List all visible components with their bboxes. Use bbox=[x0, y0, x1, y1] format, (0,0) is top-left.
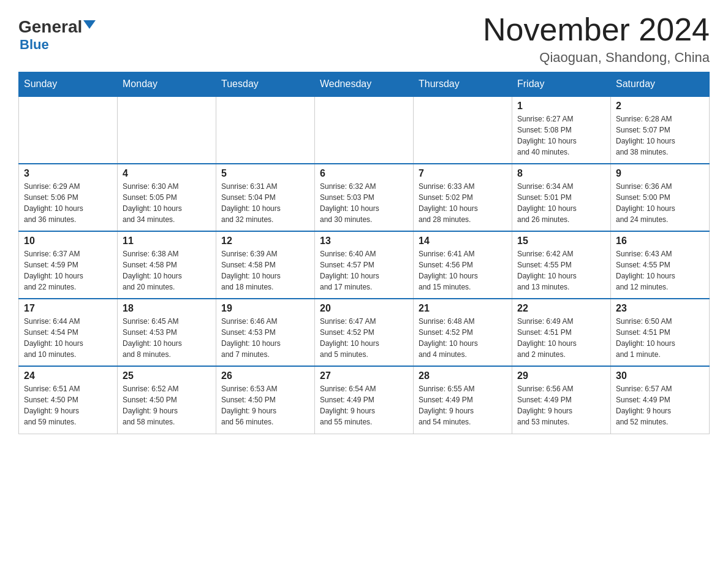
day-number: 2 bbox=[616, 101, 704, 112]
day-info: Sunrise: 6:52 AMSunset: 4:50 PMDaylight:… bbox=[123, 383, 211, 427]
subtitle: Qiaoguan, Shandong, China bbox=[483, 50, 710, 66]
day-info: Sunrise: 6:37 AMSunset: 4:59 PMDaylight:… bbox=[24, 248, 112, 293]
day-info: Sunrise: 6:30 AMSunset: 5:05 PMDaylight:… bbox=[123, 181, 211, 225]
weekday-header-thursday: Thursday bbox=[414, 72, 512, 97]
day-number: 29 bbox=[517, 370, 605, 381]
day-number: 28 bbox=[419, 370, 507, 381]
calendar-table: SundayMondayTuesdayWednesdayThursdayFrid… bbox=[18, 72, 710, 434]
day-info: Sunrise: 6:50 AMSunset: 4:51 PMDaylight:… bbox=[616, 316, 704, 360]
calendar-cell: 27Sunrise: 6:54 AMSunset: 4:49 PMDayligh… bbox=[315, 366, 414, 434]
day-number: 3 bbox=[24, 168, 112, 179]
day-number: 10 bbox=[24, 236, 112, 247]
day-info: Sunrise: 6:41 AMSunset: 4:56 PMDaylight:… bbox=[419, 248, 507, 293]
day-info: Sunrise: 6:32 AMSunset: 5:03 PMDaylight:… bbox=[320, 181, 408, 225]
day-info: Sunrise: 6:49 AMSunset: 4:51 PMDaylight:… bbox=[517, 316, 605, 360]
calendar-cell: 26Sunrise: 6:53 AMSunset: 4:50 PMDayligh… bbox=[216, 366, 315, 434]
day-number: 14 bbox=[419, 236, 507, 247]
day-number: 15 bbox=[517, 236, 605, 247]
day-info: Sunrise: 6:56 AMSunset: 4:49 PMDaylight:… bbox=[517, 383, 605, 427]
weekday-header-wednesday: Wednesday bbox=[315, 72, 414, 97]
calendar-week-5: 24Sunrise: 6:51 AMSunset: 4:50 PMDayligh… bbox=[19, 366, 710, 434]
day-info: Sunrise: 6:39 AMSunset: 4:58 PMDaylight:… bbox=[221, 248, 309, 293]
day-number: 13 bbox=[320, 236, 408, 247]
logo-triangle-icon bbox=[83, 20, 96, 29]
calendar-cell: 22Sunrise: 6:49 AMSunset: 4:51 PMDayligh… bbox=[512, 299, 611, 366]
day-info: Sunrise: 6:48 AMSunset: 4:52 PMDaylight:… bbox=[419, 316, 507, 360]
calendar-cell bbox=[315, 96, 414, 164]
calendar-cell: 30Sunrise: 6:57 AMSunset: 4:49 PMDayligh… bbox=[611, 366, 710, 434]
calendar-cell: 3Sunrise: 6:29 AMSunset: 5:06 PMDaylight… bbox=[19, 164, 118, 231]
day-number: 11 bbox=[123, 236, 211, 247]
day-number: 16 bbox=[616, 236, 704, 247]
calendar-cell: 5Sunrise: 6:31 AMSunset: 5:04 PMDaylight… bbox=[216, 164, 315, 231]
day-info: Sunrise: 6:40 AMSunset: 4:57 PMDaylight:… bbox=[320, 248, 408, 293]
calendar-cell: 15Sunrise: 6:42 AMSunset: 4:55 PMDayligh… bbox=[512, 231, 611, 299]
day-info: Sunrise: 6:43 AMSunset: 4:55 PMDaylight:… bbox=[616, 248, 704, 293]
day-number: 25 bbox=[123, 370, 211, 381]
day-info: Sunrise: 6:36 AMSunset: 5:00 PMDaylight:… bbox=[616, 181, 704, 225]
day-info: Sunrise: 6:51 AMSunset: 4:50 PMDaylight:… bbox=[24, 383, 112, 427]
day-info: Sunrise: 6:42 AMSunset: 4:55 PMDaylight:… bbox=[517, 248, 605, 293]
calendar-cell: 17Sunrise: 6:44 AMSunset: 4:54 PMDayligh… bbox=[19, 299, 118, 366]
day-number: 1 bbox=[517, 101, 605, 112]
day-info: Sunrise: 6:57 AMSunset: 4:49 PMDaylight:… bbox=[616, 383, 704, 427]
weekday-header-tuesday: Tuesday bbox=[216, 72, 315, 97]
calendar-cell: 21Sunrise: 6:48 AMSunset: 4:52 PMDayligh… bbox=[414, 299, 512, 366]
day-number: 21 bbox=[419, 303, 507, 314]
calendar-cell: 7Sunrise: 6:33 AMSunset: 5:02 PMDaylight… bbox=[414, 164, 512, 231]
calendar-cell bbox=[414, 96, 512, 164]
day-info: Sunrise: 6:34 AMSunset: 5:01 PMDaylight:… bbox=[517, 181, 605, 225]
calendar-week-3: 10Sunrise: 6:37 AMSunset: 4:59 PMDayligh… bbox=[19, 231, 710, 299]
day-number: 26 bbox=[221, 370, 309, 381]
weekday-header-saturday: Saturday bbox=[611, 72, 710, 97]
day-info: Sunrise: 6:54 AMSunset: 4:49 PMDaylight:… bbox=[320, 383, 408, 427]
calendar-cell: 6Sunrise: 6:32 AMSunset: 5:03 PMDaylight… bbox=[315, 164, 414, 231]
weekday-header-friday: Friday bbox=[512, 72, 611, 97]
day-number: 5 bbox=[221, 168, 309, 179]
calendar-cell: 10Sunrise: 6:37 AMSunset: 4:59 PMDayligh… bbox=[19, 231, 118, 299]
day-info: Sunrise: 6:47 AMSunset: 4:52 PMDaylight:… bbox=[320, 316, 408, 360]
calendar-cell: 9Sunrise: 6:36 AMSunset: 5:00 PMDaylight… bbox=[611, 164, 710, 231]
day-number: 9 bbox=[616, 168, 704, 179]
calendar-cell: 8Sunrise: 6:34 AMSunset: 5:01 PMDaylight… bbox=[512, 164, 611, 231]
calendar-cell: 16Sunrise: 6:43 AMSunset: 4:55 PMDayligh… bbox=[611, 231, 710, 299]
calendar-cell: 29Sunrise: 6:56 AMSunset: 4:49 PMDayligh… bbox=[512, 366, 611, 434]
calendar-cell: 28Sunrise: 6:55 AMSunset: 4:49 PMDayligh… bbox=[414, 366, 512, 434]
day-info: Sunrise: 6:44 AMSunset: 4:54 PMDaylight:… bbox=[24, 316, 112, 360]
day-number: 24 bbox=[24, 370, 112, 381]
calendar-cell: 2Sunrise: 6:28 AMSunset: 5:07 PMDaylight… bbox=[611, 96, 710, 164]
logo-general-text: General bbox=[18, 18, 82, 36]
day-number: 4 bbox=[123, 168, 211, 179]
day-number: 17 bbox=[24, 303, 112, 314]
calendar-week-1: 1Sunrise: 6:27 AMSunset: 5:08 PMDaylight… bbox=[19, 96, 710, 164]
calendar-cell: 13Sunrise: 6:40 AMSunset: 4:57 PMDayligh… bbox=[315, 231, 414, 299]
day-info: Sunrise: 6:38 AMSunset: 4:58 PMDaylight:… bbox=[123, 248, 211, 293]
day-number: 8 bbox=[517, 168, 605, 179]
calendar-cell: 19Sunrise: 6:46 AMSunset: 4:53 PMDayligh… bbox=[216, 299, 315, 366]
day-number: 23 bbox=[616, 303, 704, 314]
day-info: Sunrise: 6:46 AMSunset: 4:53 PMDaylight:… bbox=[221, 316, 309, 360]
weekday-header-monday: Monday bbox=[118, 72, 216, 97]
day-number: 12 bbox=[221, 236, 309, 247]
calendar-cell: 4Sunrise: 6:30 AMSunset: 5:05 PMDaylight… bbox=[118, 164, 216, 231]
weekday-header-sunday: Sunday bbox=[19, 72, 118, 97]
logo-blue-text: Blue bbox=[20, 37, 49, 53]
title-block: November 2024 Qiaoguan, Shandong, China bbox=[483, 12, 710, 66]
day-number: 22 bbox=[517, 303, 605, 314]
day-info: Sunrise: 6:53 AMSunset: 4:50 PMDaylight:… bbox=[221, 383, 309, 427]
calendar-cell: 23Sunrise: 6:50 AMSunset: 4:51 PMDayligh… bbox=[611, 299, 710, 366]
calendar-cell bbox=[216, 96, 315, 164]
main-title: November 2024 bbox=[483, 12, 710, 47]
day-info: Sunrise: 6:29 AMSunset: 5:06 PMDaylight:… bbox=[24, 181, 112, 225]
day-info: Sunrise: 6:33 AMSunset: 5:02 PMDaylight:… bbox=[419, 181, 507, 225]
day-number: 20 bbox=[320, 303, 408, 314]
calendar-cell: 25Sunrise: 6:52 AMSunset: 4:50 PMDayligh… bbox=[118, 366, 216, 434]
day-info: Sunrise: 6:45 AMSunset: 4:53 PMDaylight:… bbox=[123, 316, 211, 360]
day-number: 30 bbox=[616, 370, 704, 381]
day-number: 6 bbox=[320, 168, 408, 179]
calendar-cell: 18Sunrise: 6:45 AMSunset: 4:53 PMDayligh… bbox=[118, 299, 216, 366]
calendar-cell: 20Sunrise: 6:47 AMSunset: 4:52 PMDayligh… bbox=[315, 299, 414, 366]
day-info: Sunrise: 6:55 AMSunset: 4:49 PMDaylight:… bbox=[419, 383, 507, 427]
calendar-week-2: 3Sunrise: 6:29 AMSunset: 5:06 PMDaylight… bbox=[19, 164, 710, 231]
page-header: General Blue November 2024 Qiaoguan, Sha… bbox=[18, 12, 710, 66]
